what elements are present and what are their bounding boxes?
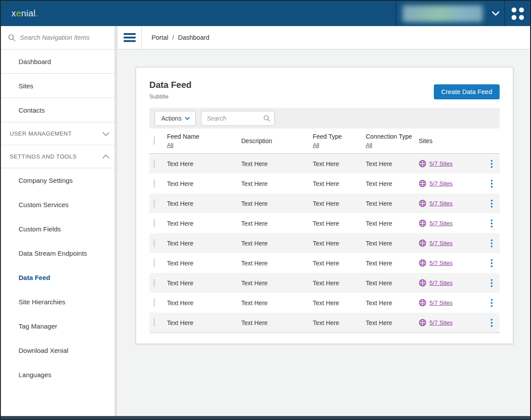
- cell-feed-type: Text Here: [313, 200, 366, 207]
- row-kebab-menu-button[interactable]: [484, 213, 500, 233]
- sites-link[interactable]: 5/7 Sites: [429, 260, 453, 266]
- sidebar-item-label: Company Settings: [19, 177, 73, 184]
- cell-description: Text Here: [241, 220, 313, 227]
- sidebar-item[interactable]: Languages: [1, 363, 118, 387]
- sidebar-item[interactable]: Custom Fields: [1, 217, 118, 241]
- column-filter-all-link[interactable]: All: [366, 142, 372, 148]
- column-filter-all-link[interactable]: All: [313, 142, 319, 148]
- column-header: Feed Type All: [313, 133, 366, 149]
- globe-icon: [419, 160, 426, 167]
- globe-icon: [419, 319, 426, 326]
- cell-feed-name: Text Here: [167, 220, 241, 227]
- globe-icon: [419, 299, 426, 306]
- breadcrumb-current[interactable]: Dashboard: [178, 34, 209, 41]
- column-header-label: Description: [241, 137, 313, 144]
- chevron-icon: [103, 132, 108, 135]
- sites-link[interactable]: 5/7 Sites: [429, 160, 453, 167]
- bottom-bar: [1, 416, 530, 419]
- sites-link[interactable]: 5/7 Sites: [429, 220, 453, 227]
- cell-connection-type: Text Here: [366, 180, 419, 187]
- row-kebab-menu-button[interactable]: [484, 273, 500, 293]
- create-data-feed-button[interactable]: Create Data Feed: [434, 84, 500, 99]
- chevron-down-icon: [492, 11, 500, 16]
- actions-dropdown-button[interactable]: Actions: [155, 111, 196, 126]
- logo-text: x: [11, 8, 16, 18]
- cell-feed-type: Text Here: [313, 180, 366, 187]
- user-menu-button[interactable]: [487, 1, 504, 26]
- column-header-label: Feed Name: [167, 133, 241, 140]
- cell-connection-type: Text Here: [366, 260, 419, 267]
- cell-connection-type: Text Here: [366, 160, 419, 167]
- sites-link[interactable]: 5/7 Sites: [429, 280, 453, 286]
- row-checkbox[interactable]: [154, 179, 155, 188]
- sidebar-search-input[interactable]: [20, 34, 108, 41]
- globe-icon: [419, 200, 426, 207]
- sites-link[interactable]: 5/7 Sites: [429, 319, 453, 326]
- row-kebab-menu-button[interactable]: [484, 233, 500, 253]
- cell-connection-type: Text Here: [366, 200, 419, 207]
- cell-feed-name: Text Here: [167, 200, 241, 207]
- cell-sites: 5/7 Sites: [419, 319, 484, 326]
- cell-feed-type: Text Here: [313, 260, 366, 267]
- sites-link[interactable]: 5/7 Sites: [429, 240, 453, 246]
- row-kebab-menu-button[interactable]: [484, 174, 500, 193]
- cell-description: Text Here: [241, 260, 313, 267]
- row-kebab-menu-button[interactable]: [484, 154, 500, 174]
- row-checkbox[interactable]: [154, 159, 155, 168]
- row-kebab-menu-button[interactable]: [484, 193, 500, 213]
- sidebar-item[interactable]: Custom Services: [1, 193, 118, 217]
- sidebar-item[interactable]: Download Xenial: [1, 338, 118, 363]
- cell-description: Text Here: [241, 280, 313, 287]
- sidebar-item[interactable]: Sites: [1, 74, 118, 98]
- cell-connection-type: Text Here: [366, 240, 419, 247]
- column-header-label: Feed Type: [313, 133, 366, 140]
- menu-toggle-button[interactable]: [118, 26, 142, 49]
- sidebar-nav: Dashboard Sites Contacts USER MA: [1, 26, 118, 416]
- row-checkbox[interactable]: [154, 318, 155, 327]
- sidebar-item-label: Download Xenial: [19, 347, 68, 354]
- user-name-redacted[interactable]: [402, 5, 483, 22]
- cell-feed-name: Text Here: [167, 240, 241, 247]
- globe-icon: [419, 259, 426, 267]
- row-checkbox[interactable]: [154, 239, 155, 247]
- sidebar-item[interactable]: Site Hierarchies: [1, 290, 118, 314]
- sites-link[interactable]: 5/7 Sites: [429, 200, 453, 207]
- row-kebab-menu-button[interactable]: [484, 293, 500, 313]
- sidebar-items: Dashboard Sites Contacts USER MA: [1, 49, 118, 387]
- cell-sites: 5/7 Sites: [419, 180, 484, 187]
- row-checkbox[interactable]: [154, 219, 155, 227]
- column-header: Description: [241, 137, 313, 144]
- sidebar-item[interactable]: Data Stream Endpoints: [1, 241, 118, 265]
- globe-icon: [419, 219, 426, 227]
- chevron-icon: [103, 153, 108, 160]
- apps-grid-button[interactable]: [505, 1, 530, 26]
- row-checkbox[interactable]: [154, 299, 155, 307]
- sidebar-item[interactable]: SETTINGS AND TOOLS: [1, 145, 118, 168]
- sidebar-item-label: USER MANAGEMENT: [10, 130, 72, 137]
- sidebar-item[interactable]: Data Feed: [1, 265, 118, 290]
- sidebar-item[interactable]: Tag Manager: [1, 314, 118, 338]
- cell-feed-name: Text Here: [167, 280, 241, 287]
- search-icon: [8, 34, 15, 42]
- sidebar-item[interactable]: USER MANAGEMENT: [1, 122, 118, 145]
- sidebar-item[interactable]: Contacts: [1, 98, 118, 122]
- globe-icon: [419, 180, 426, 187]
- table-row: Text Here Text Here Text Here Text Here: [149, 253, 500, 273]
- row-kebab-menu-button[interactable]: [484, 253, 500, 273]
- breadcrumb-portal[interactable]: Portal: [152, 34, 168, 41]
- sidebar-scrollbar[interactable]: [114, 26, 118, 416]
- sidebar-item[interactable]: Dashboard: [1, 49, 118, 74]
- cell-description: Text Here: [241, 200, 313, 207]
- select-all-checkbox[interactable]: [154, 136, 155, 145]
- sites-link[interactable]: 5/7 Sites: [429, 180, 453, 187]
- cell-sites: 5/7 Sites: [419, 299, 484, 306]
- column-header: Sites: [419, 137, 484, 144]
- cell-feed-type: Text Here: [313, 299, 366, 306]
- row-checkbox[interactable]: [154, 199, 155, 208]
- sites-link[interactable]: 5/7 Sites: [429, 299, 453, 306]
- row-checkbox[interactable]: [154, 259, 155, 267]
- column-filter-all-link[interactable]: All: [167, 142, 173, 148]
- sidebar-item[interactable]: Company Settings: [1, 168, 118, 193]
- row-kebab-menu-button[interactable]: [484, 313, 500, 333]
- row-checkbox[interactable]: [154, 279, 155, 287]
